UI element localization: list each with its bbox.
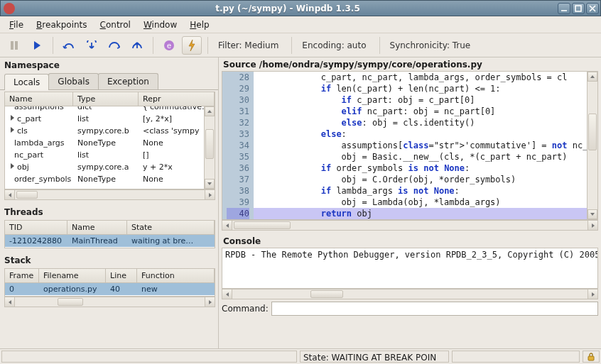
scroll-thumb[interactable]	[205, 116, 215, 179]
threads-header-name[interactable]: Name	[67, 221, 127, 234]
encoding-label[interactable]: Encoding: auto	[298, 38, 373, 53]
menu-window[interactable]: Window	[139, 18, 182, 32]
stack-header-line[interactable]: Line	[106, 269, 137, 282]
gutter: 28293031323334353637383940	[222, 72, 254, 219]
table-row[interactable]: nc_partlist[]	[5, 149, 215, 161]
scroll-right-icon[interactable]	[588, 221, 597, 230]
svg-text:e: e	[167, 41, 171, 50]
namespace-body[interactable]: assumptionsdict{'commutative…c_partlist[…	[5, 106, 215, 189]
threads-title: Threads	[0, 204, 218, 219]
command-label: Command:	[222, 304, 269, 314]
close-button[interactable]	[586, 3, 599, 14]
step-return-icon[interactable]	[59, 36, 79, 55]
namespace-table: Name Type Repr assumptionsdict{'commutat…	[4, 92, 215, 189]
scroll-right-icon[interactable]	[588, 289, 597, 299]
scroll-down-icon[interactable]	[205, 179, 215, 189]
stack-header-frame[interactable]: Frame	[5, 269, 39, 282]
scroll-right-icon[interactable]	[205, 297, 215, 307]
svg-rect-1	[11, 41, 13, 50]
code-lines[interactable]: c_part, nc_part, lambda_args, order_symb…	[254, 72, 597, 219]
exception-filter-icon[interactable]: e	[159, 36, 179, 55]
stack-header-function[interactable]: Function	[137, 269, 215, 282]
scroll-up-icon[interactable]	[205, 106, 215, 116]
scroll-thumb[interactable]	[16, 191, 38, 199]
stack-header-filename[interactable]: Filename	[39, 269, 106, 282]
table-row[interactable]: c_partlist[y, 2*x]	[5, 113, 215, 125]
titlebar: t.py (~/sympy) - Winpdb 1.3.5	[0, 0, 601, 16]
table-row[interactable]: order_symbolsNoneTypeNone	[5, 173, 215, 185]
menu-control[interactable]: Control	[95, 18, 136, 32]
scroll-thumb[interactable]	[310, 290, 343, 298]
maximize-button[interactable]	[572, 3, 585, 14]
namespace-tabs: Locals Globals Exception	[0, 73, 218, 90]
minimize-button[interactable]	[558, 3, 570, 14]
status-state: State: WAITING AT BREAK POIN	[300, 351, 449, 363]
scrollbar-horizontal[interactable]	[4, 189, 215, 200]
source-title: Source /home/ondra/sympy/sympy/core/oper…	[219, 57, 601, 71]
stack-body[interactable]: 0operations.py40new	[5, 283, 215, 296]
scroll-thumb[interactable]	[588, 82, 597, 209]
scrollbar-vertical[interactable]	[204, 106, 215, 189]
table-row[interactable]: -1210242880MainThreadwaiting at bre…	[5, 235, 215, 247]
status-mid	[452, 351, 580, 363]
menu-help[interactable]: Help	[185, 18, 214, 32]
command-input[interactable]	[271, 302, 598, 316]
scrollbar-vertical[interactable]	[587, 72, 597, 219]
scroll-left-icon[interactable]	[222, 221, 232, 230]
play-icon[interactable]	[27, 36, 47, 55]
app-icon	[4, 3, 15, 14]
bolt-icon[interactable]	[182, 36, 202, 55]
scroll-right-icon[interactable]	[205, 190, 215, 199]
expand-icon[interactable]	[9, 127, 16, 133]
expand-icon[interactable]	[9, 163, 16, 170]
namespace-header-type[interactable]: Type	[73, 92, 139, 106]
pause-icon[interactable]	[4, 36, 24, 55]
svg-rect-2	[15, 41, 18, 50]
svg-rect-5	[588, 356, 594, 360]
tab-exception[interactable]: Exception	[98, 73, 158, 89]
filter-label[interactable]: Filter: Medium	[214, 38, 286, 53]
status-left	[1, 351, 297, 363]
table-row[interactable]: lambda_argsNoneTypeNone	[5, 137, 215, 149]
console-title: Console	[219, 233, 601, 248]
namespace-header-name[interactable]: Name	[5, 92, 73, 106]
scrollbar-horizontal[interactable]	[222, 289, 598, 299]
menu-file[interactable]: File	[4, 18, 28, 32]
scroll-left-icon[interactable]	[5, 190, 15, 199]
scroll-up-icon[interactable]	[588, 72, 597, 82]
stack-table: Frame Filename Line Function 0operations…	[4, 268, 215, 297]
window-title: t.py (~/sympy) - Winpdb 1.3.5	[18, 4, 558, 13]
lock-icon	[583, 351, 600, 363]
console-output[interactable]: RPDB - The Remote Python Debugger, versi…	[222, 248, 598, 289]
threads-table: TID Name State -1210242880MainThreadwait…	[4, 220, 215, 248]
namespace-header-repr[interactable]: Repr	[139, 92, 215, 106]
sync-label[interactable]: Synchronicity: True	[386, 38, 478, 53]
scroll-down-icon[interactable]	[588, 209, 597, 219]
menu-breakpoints[interactable]: Breakpoints	[31, 18, 92, 32]
step-over-icon[interactable]	[104, 36, 124, 55]
scrollbar-horizontal[interactable]	[222, 220, 598, 231]
threads-header-state[interactable]: State	[127, 221, 215, 234]
toolbar: e Filter: Medium Encoding: auto Synchron…	[0, 33, 601, 57]
tab-locals[interactable]: Locals	[4, 74, 49, 90]
scroll-left-icon[interactable]	[5, 297, 15, 307]
statusbar: State: WAITING AT BREAK POIN	[0, 348, 601, 364]
expand-icon[interactable]	[9, 115, 16, 121]
menubar: File Breakpoints Control Window Help	[0, 16, 601, 33]
tab-globals[interactable]: Globals	[48, 73, 99, 89]
table-row[interactable]: objsympy.core.ay + 2*x	[5, 161, 215, 173]
scroll-thumb[interactable]	[234, 221, 291, 229]
step-into-icon[interactable]	[82, 36, 102, 55]
threads-body[interactable]: -1210242880MainThreadwaiting at bre…	[5, 235, 215, 248]
scrollbar-horizontal[interactable]	[4, 297, 215, 307]
table-row[interactable]: 0operations.py40new	[5, 283, 215, 295]
namespace-title: Namespace	[0, 57, 218, 72]
scroll-thumb[interactable]	[58, 298, 83, 306]
scroll-left-icon[interactable]	[222, 289, 232, 299]
table-row[interactable]: clssympy.core.b<class 'sympy	[5, 125, 215, 137]
table-row[interactable]: assumptionsdict{'commutative…	[5, 106, 215, 113]
step-out-icon[interactable]	[127, 36, 147, 55]
source-view[interactable]: 28293031323334353637383940 c_part, nc_pa…	[222, 71, 598, 220]
stack-title: Stack	[0, 253, 218, 267]
threads-header-tid[interactable]: TID	[5, 221, 67, 234]
